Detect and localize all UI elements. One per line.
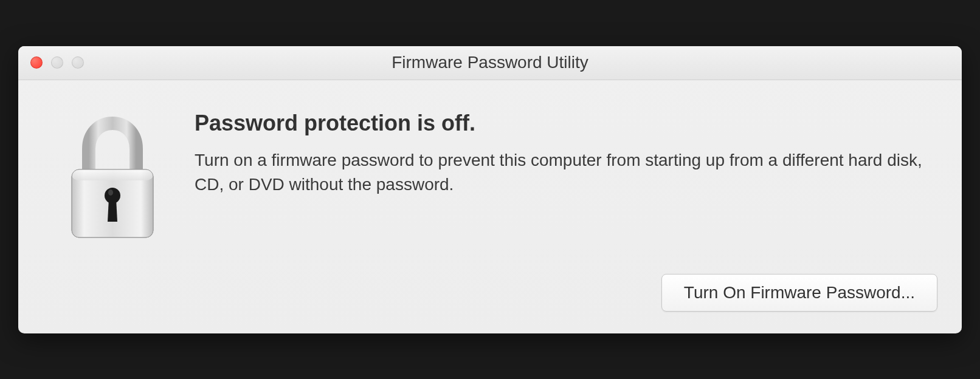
status-heading: Password protection is off. xyxy=(195,111,925,136)
window-title: Firmware Password Utility xyxy=(18,53,962,72)
close-button[interactable] xyxy=(30,56,43,69)
text-column: Password protection is off. Turn on a fi… xyxy=(195,111,925,197)
traffic-lights xyxy=(18,56,84,69)
titlebar: Firmware Password Utility xyxy=(18,46,962,80)
turn-on-firmware-password-button[interactable]: Turn On Firmware Password... xyxy=(661,274,937,312)
dialog-window: Firmware Password Utility xyxy=(18,46,962,333)
svg-point-4 xyxy=(108,189,113,196)
dialog-content: Password protection is off. Turn on a fi… xyxy=(18,80,962,262)
svg-rect-1 xyxy=(72,169,153,180)
minimize-button[interactable] xyxy=(51,56,63,69)
maximize-button[interactable] xyxy=(72,56,84,69)
status-description: Turn on a firmware password to prevent t… xyxy=(195,148,925,197)
lock-icon xyxy=(61,114,164,244)
button-row: Turn On Firmware Password... xyxy=(18,262,962,333)
